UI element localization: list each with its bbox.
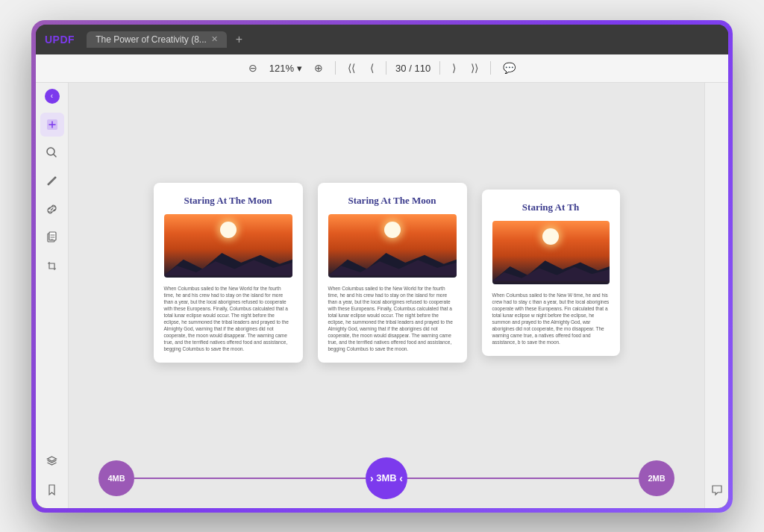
pages-container: Staring At The Moon Whe: [69, 83, 704, 456]
nav-next-far-button[interactable]: ⟩⟩: [468, 60, 481, 75]
zoom-out-button[interactable]: ⊖: [245, 60, 260, 75]
layers-icon: [46, 455, 58, 468]
sidebar-icon-edit[interactable]: [40, 113, 64, 137]
moon-2: [384, 222, 401, 238]
content-area: Save as Other: [69, 83, 704, 508]
sidebar-right-chat-icon[interactable]: [705, 478, 729, 502]
size-node-4mb[interactable]: 4MB: [98, 460, 134, 496]
size-node-2mb[interactable]: 2MB: [639, 460, 674, 496]
size-line-left: [134, 478, 366, 479]
page-2-title: Staring At The Moon: [328, 195, 457, 207]
page-card-1-inner: Staring At The Moon Whe: [154, 183, 303, 363]
sidebar-icon-bookmark[interactable]: [40, 478, 64, 502]
size-line-right: [407, 478, 639, 479]
page-3-body: When Columbus sailed to the New W time, …: [492, 292, 610, 346]
mountains-2: [328, 248, 457, 278]
updf-logo: UPDF: [45, 34, 75, 46]
toolbar: ⊖ 121% ▾ ⊕ ⟨⟨ ⟨ 30 / 110 ⟩ ⟩⟩ 💬: [36, 54, 728, 83]
bookmark-icon: [46, 484, 58, 496]
page-card-3-inner: Staring At Th When Colu: [482, 190, 620, 357]
zoom-in-icon: ⊕: [314, 62, 323, 74]
page-1-image: [164, 214, 292, 278]
page-3-title: Staring At Th: [492, 201, 610, 213]
page-display: 30 / 110: [395, 63, 430, 74]
link-icon: [46, 203, 58, 216]
moon-1: [220, 222, 237, 238]
page-card-2[interactable]: Staring At The Moon Whe: [318, 183, 467, 363]
mountains-1: [164, 248, 292, 278]
nav-prev-button[interactable]: ⟨: [367, 60, 377, 75]
page-2-body: When Columbus sailed to the New World fo…: [328, 285, 457, 353]
page-card-1[interactable]: Staring At The Moon Whe: [154, 183, 303, 363]
moon-scene-1: [164, 214, 292, 278]
divider-4: [490, 61, 491, 75]
total-pages: 110: [414, 63, 430, 74]
app-inner: UPDF The Power of Creativity (8... ✕ + ⊖…: [36, 25, 728, 508]
main-area: ‹: [36, 83, 728, 508]
size-label-3mb: 3MB: [376, 472, 396, 484]
size-label-4mb: 4MB: [107, 474, 125, 483]
divider-2: [386, 61, 386, 75]
zoom-value: 121%: [269, 63, 294, 74]
sidebar-expand-button[interactable]: ‹: [45, 89, 60, 104]
nav-next-button[interactable]: ⟩: [449, 60, 459, 75]
nav-prev-far-button[interactable]: ⟨⟨: [345, 60, 358, 75]
svg-rect-3: [49, 232, 56, 240]
tab-add-icon[interactable]: +: [236, 33, 242, 46]
sidebar-icon-pages[interactable]: [40, 226, 64, 250]
mountains-3: [492, 254, 610, 284]
title-bar: UPDF The Power of Creativity (8... ✕ +: [36, 25, 728, 54]
moon-scene-3: [492, 221, 610, 284]
page-card-2-inner: Staring At The Moon Whe: [318, 183, 467, 363]
edit-icon: [46, 118, 59, 131]
tab-label: The Power of Creativity (8...: [96, 34, 207, 45]
page-3-image: [492, 221, 610, 284]
search-icon: [46, 146, 58, 159]
sidebar-icon-annotate[interactable]: [40, 169, 64, 193]
comment-icon: 💬: [503, 62, 516, 74]
comment-button[interactable]: 💬: [500, 60, 519, 75]
page-2-image: [328, 214, 457, 278]
size-label-2mb: 2MB: [648, 474, 665, 483]
zoom-level-display: 121% ▾: [269, 63, 302, 74]
annotate-icon: [46, 175, 58, 187]
sidebar-left: ‹: [36, 83, 69, 508]
moon-scene-2: [328, 214, 457, 278]
zoom-out-icon: ⊖: [248, 62, 257, 74]
app-wrapper: UPDF The Power of Creativity (8... ✕ + ⊖…: [31, 20, 733, 513]
page-1-title: Staring At The Moon: [164, 195, 292, 207]
page-1-body: When Columbus sailed to the New World fo…: [164, 285, 292, 353]
zoom-in-button[interactable]: ⊕: [311, 60, 326, 75]
file-size-bar: 4MB 3MB 2MB: [69, 456, 704, 501]
sidebar-right: [704, 83, 728, 508]
moon-3: [542, 228, 559, 245]
page-card-3[interactable]: Staring At Th When Colu: [482, 190, 620, 357]
sidebar-icon-layers[interactable]: [40, 450, 64, 474]
size-node-3mb[interactable]: 3MB: [366, 457, 407, 499]
document-tab[interactable]: The Power of Creativity (8... ✕: [87, 31, 227, 48]
crop-icon: [46, 260, 58, 272]
pages-icon: [46, 231, 58, 244]
sidebar-icon-link[interactable]: [40, 198, 64, 222]
sidebar-icon-search[interactable]: [40, 141, 64, 165]
sidebar-icon-crop[interactable]: [40, 254, 64, 278]
current-page: 30: [395, 63, 406, 74]
chat-icon: [711, 484, 723, 496]
tab-close-icon[interactable]: ✕: [211, 34, 218, 44]
divider-1: [335, 61, 336, 75]
divider-3: [439, 61, 440, 75]
zoom-dropdown-icon[interactable]: ▾: [297, 63, 302, 74]
